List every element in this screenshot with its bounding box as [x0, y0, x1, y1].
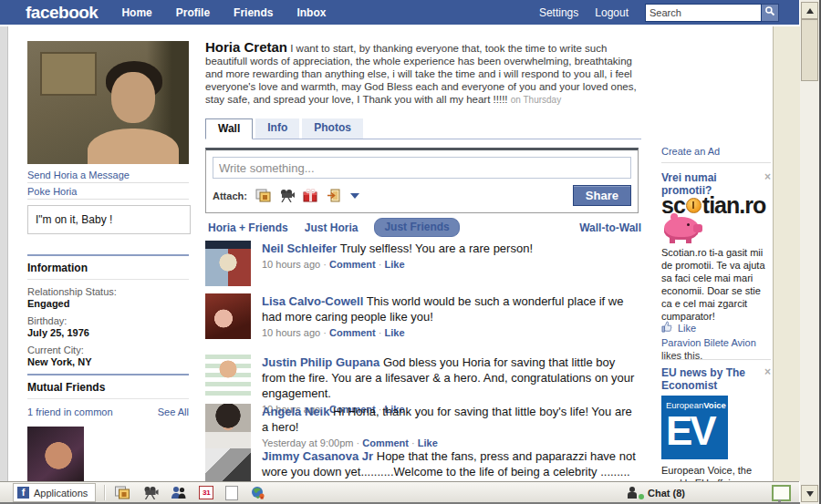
ad1-like-link[interactable]: Like — [678, 323, 696, 334]
nav-links: Home Profile Friends Inbox — [121, 6, 326, 19]
wall-post: Neil Schleifer Truly selfless! You are a… — [205, 241, 641, 286]
chat-label: Chat (8) — [648, 488, 685, 499]
search-input[interactable] — [645, 4, 762, 22]
post-author-link[interactable]: Angela Neik — [262, 405, 329, 418]
poke-link[interactable]: Poke Horia — [27, 186, 189, 197]
post-author-link[interactable]: Jimmy Casanova Jr — [262, 449, 373, 463]
scroll-down-arrow[interactable] — [801, 485, 818, 502]
status-quote-box: I"m on it, Baby ! — [27, 205, 191, 234]
attach-gift-icon[interactable] — [303, 189, 318, 202]
wall-to-wall-link[interactable]: Wall-to-Wall — [579, 221, 641, 234]
comment-link[interactable]: Comment — [320, 327, 376, 338]
post-author-link[interactable]: Justin Philip Gupana — [262, 355, 379, 369]
pig-eye — [687, 223, 690, 226]
european-voice-logo[interactable]: EuropeanVoice EV — [661, 396, 728, 459]
like-link[interactable]: Like — [409, 437, 438, 448]
nav-settings[interactable]: Settings — [539, 6, 578, 19]
chat-launcher[interactable]: Chat (8) — [628, 487, 685, 499]
friends-app-icon[interactable] — [171, 486, 187, 499]
write-something-input[interactable] — [213, 157, 631, 179]
post-author-link[interactable]: Lisa Calvo-Cowell — [262, 294, 363, 308]
create-an-ad-link[interactable]: Create an Ad — [661, 146, 771, 157]
filter-just-friends-selected[interactable]: Just Friends — [374, 218, 459, 237]
browser-scrollbar[interactable] — [800, 0, 821, 504]
footer-app-icons: 31 — [114, 486, 266, 500]
avatar[interactable] — [205, 293, 251, 339]
photo-torso — [88, 129, 179, 164]
status-timestamp: on Thursday — [511, 95, 561, 105]
friends-in-common-link[interactable]: 1 friend in common — [27, 406, 113, 417]
like-link[interactable]: Like — [376, 327, 405, 338]
attach-row: Attach: Share — [213, 185, 631, 206]
comment-link[interactable]: Comment — [354, 437, 410, 448]
ad1-body: Scotian.ro ti-a gasit mii de promotii. T… — [661, 246, 771, 323]
person-icon — [628, 487, 638, 499]
information-fields: Relationship Status: Engaged Birthday: J… — [27, 286, 189, 367]
pig-leg — [670, 238, 675, 243]
search-button[interactable] — [762, 4, 779, 22]
notes-app-icon[interactable] — [225, 486, 238, 500]
tab-wall[interactable]: Wall — [205, 118, 253, 139]
post-meta: 10 hours agoCommentLike — [262, 327, 641, 338]
piggy-bank-icon — [664, 217, 699, 240]
page-left-margin — [0, 26, 8, 481]
ev-logo-letters: EV — [666, 410, 728, 452]
ad1-social-context: Paravion Bilete Avion likes this. — [661, 336, 771, 362]
scroll-thumb[interactable] — [801, 19, 818, 81]
avatar[interactable] — [205, 241, 251, 286]
post-text: Angela Neik Hi Horia, thank you for savi… — [262, 404, 641, 435]
nav-home[interactable]: Home — [121, 6, 151, 19]
avatar[interactable] — [205, 355, 251, 400]
attach-more-caret-icon[interactable] — [350, 193, 359, 199]
filter-horia-friends[interactable]: Horia + Friends — [208, 221, 288, 234]
tab-info[interactable]: Info — [255, 118, 299, 139]
video-app-icon[interactable] — [142, 486, 159, 499]
nav-inbox[interactable]: Inbox — [296, 6, 326, 19]
scroll-up-arrow[interactable] — [801, 2, 818, 19]
applications-label: Applications — [34, 488, 88, 499]
avatar[interactable] — [205, 404, 251, 449]
post-author-link[interactable]: Neil Schleifer — [262, 242, 337, 255]
nav-logout[interactable]: Logout — [595, 6, 629, 19]
applications-bar: Applications 31 Chat (8) — [0, 481, 799, 503]
nav-friends[interactable]: Friends — [234, 6, 273, 19]
info-value: Engaged — [27, 298, 189, 309]
post-meta: Yesterday at 9:00pmCommentLike — [262, 437, 641, 448]
events-app-icon[interactable]: 31 — [199, 486, 213, 499]
up-triangle-icon — [806, 8, 814, 14]
ad2-title-row: EU news by The Economist × — [661, 366, 771, 392]
attach-video-icon[interactable] — [279, 189, 295, 202]
ad1-like-row[interactable]: Like — [661, 321, 771, 334]
wall-post: Lisa Calvo-Cowell This world would be su… — [205, 293, 641, 339]
share-button[interactable]: Share — [573, 185, 631, 206]
like-link[interactable]: Like — [376, 259, 405, 270]
tab-photos[interactable]: Photos — [302, 118, 363, 139]
attach-link-icon[interactable] — [327, 189, 342, 202]
facebook-logo[interactable]: facebook — [26, 3, 98, 23]
ad2-title-link[interactable]: EU news by The Economist — [661, 366, 748, 392]
applications-button[interactable]: Applications — [13, 483, 96, 502]
see-all-link[interactable]: See All — [158, 406, 189, 417]
information-title: Information — [27, 262, 189, 280]
groups-app-icon[interactable] — [250, 486, 266, 499]
post-meta: 10 hours agoCommentLike — [262, 259, 641, 270]
search-icon — [764, 5, 775, 19]
filter-just-horia[interactable]: Just Horia — [305, 221, 359, 234]
nav-profile[interactable]: Profile — [176, 6, 210, 19]
close-icon[interactable]: × — [764, 366, 771, 392]
comment-link[interactable]: Comment — [320, 259, 376, 270]
post-text: Jimmy Casanova Jr Hope that the fans, pr… — [262, 448, 641, 479]
scotian-logo[interactable]: sctian.ro — [661, 192, 771, 219]
info-label: Current City: — [27, 345, 189, 355]
thumbs-up-icon — [661, 321, 674, 334]
whiteboard-app-icon[interactable] — [772, 485, 791, 501]
profile-photo[interactable] — [27, 41, 189, 164]
post-message: Truly selfless! You are a rare person! — [340, 242, 533, 255]
post-time: Yesterday at 9:00pm — [262, 437, 354, 448]
info-value: New York, NY — [27, 356, 189, 367]
send-message-link[interactable]: Send Horia a Message — [27, 170, 189, 180]
photos-app-icon[interactable] — [114, 486, 130, 499]
social-page-link[interactable]: Paravion Bilete Avion — [661, 337, 756, 348]
divider — [661, 162, 771, 163]
attach-photo-icon[interactable] — [255, 189, 271, 202]
